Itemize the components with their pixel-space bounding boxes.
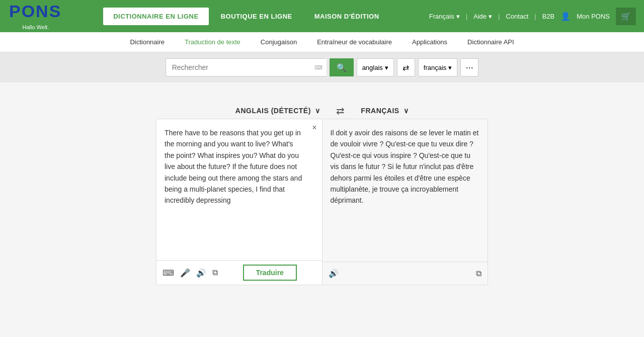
sub-nav: Dictionnaire Traduction de texte Conjuga… <box>0 32 644 52</box>
translation-swap-icon: ⇄ <box>336 105 345 117</box>
speaker-btn[interactable]: 🔊 <box>196 268 206 278</box>
main-content: ANGLAIS (DÉTECTÉ) ∨ ⇄ FRANÇAIS ∨ × There… <box>0 82 644 309</box>
cart-icon: 🛒 <box>621 12 631 21</box>
separator-1: | <box>466 13 467 20</box>
subnav-entraineur[interactable]: Entraîneur de vocabulaire <box>315 38 394 46</box>
more-icon: ··· <box>466 62 473 73</box>
search-input-wrap: ⌨ <box>166 58 327 76</box>
subnav-dictionnaire[interactable]: Dictionnaire <box>128 38 167 46</box>
source-panel-footer: ⌨ 🎤 🔊 ⧉ Traduire <box>156 260 322 285</box>
search-input[interactable] <box>166 58 327 76</box>
lang-chevron-icon: ▾ <box>456 13 460 20</box>
logo-text: PONS <box>8 2 63 23</box>
top-bar: PONS Hallo Welt. DICTIONNAIRE EN LIGNE B… <box>0 0 644 32</box>
target-lang-label: français <box>424 64 447 71</box>
copy-source-btn[interactable]: ⧉ <box>212 268 218 277</box>
traduire-button[interactable]: Traduire <box>243 265 297 281</box>
translation-lang-row: ANGLAIS (DÉTECTÉ) ∨ ⇄ FRANÇAIS ∨ <box>156 103 488 119</box>
close-icon: × <box>312 123 316 132</box>
b2b-link[interactable]: B2B <box>542 13 555 20</box>
copy-target-icon: ⧉ <box>476 269 481 278</box>
source-lang-label: anglais <box>362 64 383 71</box>
speaker-target-icon: 🔊 <box>329 269 339 278</box>
keyboard-icon: ⌨ <box>163 268 174 278</box>
swap-languages-button[interactable]: ⇄ <box>397 58 415 76</box>
aide-label: Aide <box>473 13 487 20</box>
search-button[interactable]: 🔍 <box>330 58 354 76</box>
target-panel-footer: 🔊 ⧉ <box>323 262 488 285</box>
lang-label: Français <box>429 13 454 20</box>
nav-dictionnaire-btn[interactable]: DICTIONNAIRE EN LIGNE <box>103 8 208 25</box>
search-icon: 🔍 <box>337 63 347 72</box>
main-nav: DICTIONNAIRE EN LIGNE BOUTIQUE EN LIGNE … <box>63 8 429 25</box>
swap-icon: ⇄ <box>403 63 409 72</box>
cart-button[interactable]: 🛒 <box>616 8 636 25</box>
mon-pons-link[interactable]: Mon PONS <box>577 13 610 20</box>
svg-text:PONS: PONS <box>9 2 61 20</box>
target-panel: Il doit y avoir des raisons de se lever … <box>323 119 488 285</box>
keyboard-icon-btn[interactable]: ⌨ <box>163 268 174 278</box>
user-icon: 👤 <box>560 12 571 21</box>
language-selector-btn[interactable]: Français ▾ <box>429 13 460 20</box>
separator-2: | <box>498 13 500 20</box>
source-lang-select[interactable]: anglais ▾ <box>357 58 394 76</box>
top-right: Français ▾ | Aide ▾ | Contact | B2B 👤 Mo… <box>429 8 636 25</box>
subnav-applications[interactable]: Applications <box>410 38 449 46</box>
translation-swap-button[interactable]: ⇄ <box>328 105 353 117</box>
translation-panels: × There have to be reasons that you get … <box>156 119 488 285</box>
target-lang-display: FRANÇAIS <box>361 107 399 115</box>
target-lang-chevron-icon: ∨ <box>404 107 409 115</box>
speaker-target-btn[interactable]: 🔊 <box>329 269 339 278</box>
logo-tagline: Hallo Welt. <box>23 24 49 30</box>
nav-maison-btn[interactable]: MAISON D'ÉDITION <box>304 8 389 25</box>
copy-target-btn[interactable]: ⧉ <box>476 269 481 278</box>
contact-link[interactable]: Contact <box>506 13 528 20</box>
source-lang-chevron-icon: ∨ <box>315 107 320 115</box>
target-text: Il doit y avoir des raisons de se lever … <box>323 119 488 262</box>
aide-btn[interactable]: Aide ▾ <box>473 13 492 20</box>
microphone-icon: 🎤 <box>180 268 190 278</box>
target-lang-select[interactable]: français ▾ <box>418 58 458 76</box>
subnav-conjugaison[interactable]: Conjugaison <box>259 38 299 46</box>
clear-source-button[interactable]: × <box>312 123 316 132</box>
subnav-api[interactable]: Dictionnaire API <box>465 38 516 46</box>
translation-widget: ANGLAIS (DÉTECTÉ) ∨ ⇄ FRANÇAIS ∨ × There… <box>156 103 488 285</box>
keyboard-shortcut-hint: ⌨ <box>314 64 323 71</box>
separator-3: | <box>534 13 536 20</box>
source-panel: × There have to be reasons that you get … <box>156 119 323 285</box>
microphone-btn[interactable]: 🎤 <box>180 268 190 278</box>
source-lang-selector[interactable]: ANGLAIS (DÉTECTÉ) ∨ <box>227 103 329 119</box>
source-text[interactable]: There have to be reasons that you get up… <box>156 119 322 260</box>
nav-boutique-btn[interactable]: BOUTIQUE EN LIGNE <box>211 8 302 25</box>
search-bar: ⌨ 🔍 anglais ▾ ⇄ français ▾ ··· <box>0 52 644 82</box>
more-options-button[interactable]: ··· <box>460 58 478 76</box>
copy-source-icon: ⧉ <box>212 268 218 277</box>
speaker-icon: 🔊 <box>196 268 206 278</box>
logo-block: PONS Hallo Welt. <box>8 2 63 30</box>
target-lang-selector[interactable]: FRANÇAIS ∨ <box>353 103 417 119</box>
source-lang-display: ANGLAIS (DÉTECTÉ) <box>235 107 311 115</box>
subnav-traduction[interactable]: Traduction de texte <box>183 38 243 46</box>
source-lang-chevron-icon: ▾ <box>385 64 388 71</box>
logo-area: PONS Hallo Welt. <box>8 2 63 30</box>
aide-chevron-icon: ▾ <box>489 13 492 20</box>
target-lang-chevron-icon: ▾ <box>448 64 452 71</box>
